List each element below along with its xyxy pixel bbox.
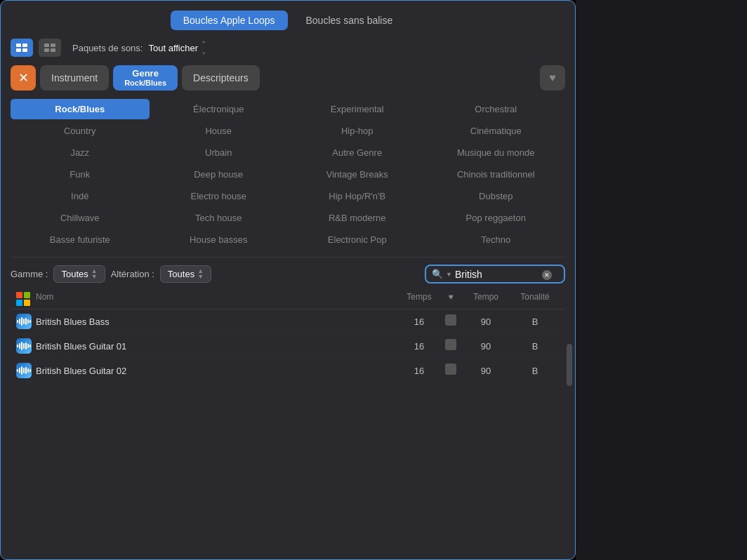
svg-rect-1 [22, 44, 27, 47]
row-name: British Blues Guitar 02 [36, 366, 398, 376]
list-icon [44, 43, 56, 53]
table-col-nom: Nom [36, 292, 398, 306]
genre-item[interactable]: Hip-hop [288, 121, 427, 141]
genre-item[interactable]: House [150, 121, 289, 141]
list-view-button[interactable] [39, 39, 61, 57]
alteration-dropdown[interactable]: Toutes ▲▼ [160, 265, 211, 283]
paquets-chevron-icon: ⌃⌄ [201, 40, 206, 55]
row-name: British Blues Guitar 01 [36, 341, 398, 352]
genre-item[interactable]: Jazz [11, 142, 150, 163]
row-tempo: 90 [461, 366, 510, 376]
genre-item[interactable]: Chillwave [11, 208, 150, 228]
waveform-icon [17, 316, 31, 326]
genre-item[interactable]: Cinématique [427, 121, 566, 141]
genre-filter-label: Genre [132, 69, 159, 79]
row-icon [16, 314, 36, 329]
grid-icon [15, 43, 28, 53]
genre-item[interactable]: Electronic Pop [288, 229, 427, 250]
favorites-filter-button[interactable]: ♥ [540, 65, 565, 91]
bottom-controls: Gamme : Toutes ▲▼ Altération : Toutes ▲▼… [11, 257, 565, 289]
genre-item[interactable]: Electro house [150, 186, 289, 206]
svg-rect-6 [44, 48, 49, 52]
genre-item[interactable]: R&B moderne [288, 208, 427, 228]
gamme-value: Toutes [61, 269, 88, 279]
paquets-label: Paquets de sons: [72, 43, 143, 53]
genre-filter-button[interactable]: Genre Rock/Blues [113, 65, 178, 91]
genre-item[interactable]: Basse futuriste [11, 229, 150, 250]
row-heart-col[interactable] [440, 364, 461, 378]
table-col-tonalite: Tonalité [510, 292, 560, 306]
view-row: Paquets de sons: Tout afficher ⌃⌄ [11, 39, 565, 57]
alteration-value: Toutes [168, 269, 194, 279]
genre-item[interactable]: Funk [11, 164, 150, 185]
genre-item[interactable]: Pop reggaeton [427, 208, 566, 228]
close-icon: ✕ [18, 70, 29, 86]
heart-icon: ♥ [549, 72, 556, 84]
genre-item[interactable]: Dubstep [427, 186, 566, 206]
genre-item[interactable]: Orchestral [427, 99, 566, 119]
row-tempo: 90 [461, 341, 510, 352]
genre-item[interactable]: House basses [150, 229, 289, 250]
table-row[interactable]: British Blues Guitar 02 16 90 B [11, 359, 565, 383]
genre-item[interactable]: Hip Hop/R'n'B [288, 186, 427, 206]
svg-rect-3 [22, 48, 27, 52]
svg-rect-0 [16, 44, 21, 47]
genre-item[interactable]: Vintage Breaks [288, 164, 427, 185]
descriptors-filter-button[interactable]: Descripteurs [182, 65, 260, 91]
search-type-chevron[interactable]: ▼ [446, 271, 452, 278]
table-row[interactable]: British Blues Bass 16 90 B [11, 309, 565, 334]
row-icon [16, 338, 36, 354]
gamme-dropdown[interactable]: Toutes ▲▼ [53, 265, 105, 283]
paquets-value: Tout afficher [148, 43, 198, 53]
genre-item[interactable]: Techno [427, 229, 566, 250]
row-icon [16, 363, 36, 378]
alteration-label: Altération : [111, 269, 154, 279]
top-tab-row: Boucles Apple Loops Boucles sans balise [11, 11, 565, 30]
search-clear-button[interactable]: ✕ [542, 268, 552, 280]
table-header: Nom Temps ♥ Tempo Tonalité [11, 289, 565, 309]
genre-item[interactable]: Experimental [288, 99, 427, 119]
genre-item[interactable]: Musique du monde [427, 142, 566, 163]
genre-item[interactable]: Indé [11, 186, 150, 206]
row-key: B [510, 316, 560, 327]
row-temps: 16 [398, 316, 440, 327]
search-input[interactable] [455, 269, 539, 280]
genre-item[interactable]: Autre Genre [288, 142, 427, 163]
favorite-checkbox[interactable] [445, 314, 456, 326]
close-circle-icon: ✕ [542, 270, 552, 280]
genre-item[interactable]: Électronique [150, 99, 289, 119]
row-temps: 16 [398, 366, 440, 376]
waveform-icon [17, 366, 31, 375]
instrument-filter-button[interactable]: Instrument [40, 65, 109, 91]
alteration-chevron-icon: ▲▼ [197, 269, 204, 279]
tab-no-tag[interactable]: Boucles sans balise [293, 11, 406, 30]
table-body: British Blues Bass 16 90 B British Blues… [11, 309, 565, 383]
paquets-select[interactable]: Tout afficher ⌃⌄ [148, 40, 206, 55]
row-temps: 16 [398, 341, 440, 352]
row-key: B [510, 341, 560, 352]
genre-filter-sublabel: Rock/Blues [124, 79, 166, 87]
row-heart-col[interactable] [440, 314, 461, 328]
genre-item[interactable]: Rock/Blues [11, 99, 150, 119]
svg-rect-7 [51, 48, 55, 52]
tab-apple-loops[interactable]: Boucles Apple Loops [171, 11, 288, 30]
favorite-checkbox[interactable] [445, 364, 456, 375]
waveform-icon [17, 341, 31, 351]
gamme-chevron-icon: ▲▼ [91, 269, 98, 279]
genre-item[interactable]: Deep house [150, 164, 289, 185]
gamme-label: Gamme : [11, 269, 48, 279]
row-heart-col[interactable] [440, 339, 461, 353]
grid-view-button[interactable] [11, 39, 33, 57]
svg-rect-4 [44, 44, 49, 47]
table-row[interactable]: British Blues Guitar 01 16 90 B [11, 334, 565, 359]
genre-item[interactable]: Country [11, 121, 150, 141]
row-name: British Blues Bass [36, 316, 398, 327]
favorite-checkbox[interactable] [445, 339, 456, 350]
genre-item[interactable]: Tech house [150, 208, 289, 228]
svg-rect-5 [51, 44, 55, 47]
scroll-indicator[interactable] [567, 344, 572, 386]
genre-item[interactable]: Urbain [150, 142, 289, 163]
filter-reset-button[interactable]: ✕ [11, 65, 36, 91]
genre-item[interactable]: Chinois traditionnel [427, 164, 566, 185]
svg-rect-2 [16, 48, 21, 52]
